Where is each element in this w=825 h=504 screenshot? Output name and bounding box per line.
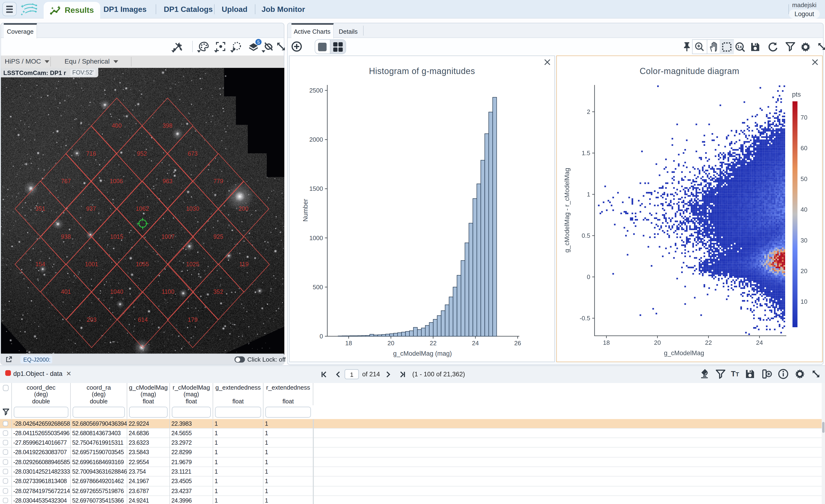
svg-text:1x: 1x — [737, 44, 742, 49]
svg-text:2000: 2000 — [309, 136, 323, 143]
svg-text:1000: 1000 — [309, 235, 323, 242]
svg-text:22: 22 — [430, 340, 437, 347]
svg-text:18: 18 — [345, 340, 352, 347]
svg-text:g_cModelMag (mag): g_cModelMag (mag) — [393, 350, 452, 357]
svg-text:500: 500 — [313, 283, 323, 291]
svg-text:1500: 1500 — [309, 185, 323, 192]
svg-text:24: 24 — [472, 340, 479, 347]
svg-text:2500: 2500 — [309, 87, 323, 94]
svg-text:0: 0 — [320, 333, 323, 340]
svg-text:20: 20 — [388, 340, 394, 347]
svg-text:26: 26 — [514, 340, 521, 347]
svg-text:Number: Number — [302, 199, 309, 222]
